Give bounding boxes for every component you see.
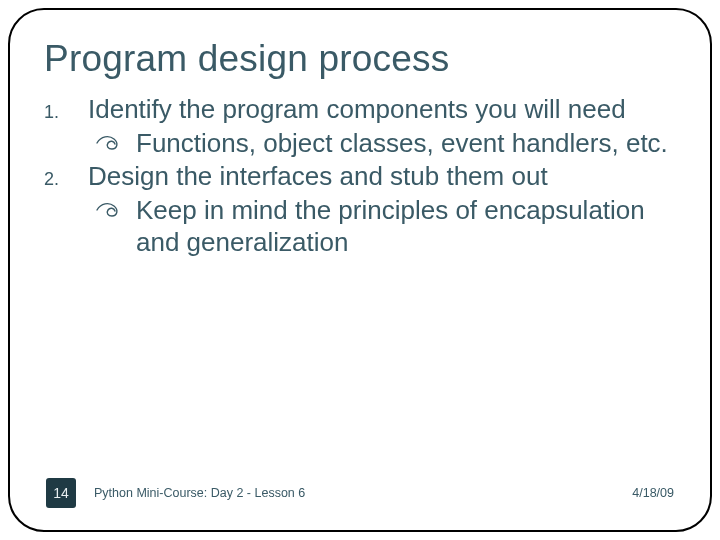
date-label: 4/18/09 bbox=[632, 486, 674, 500]
sub-text: Functions, object classes, event handler… bbox=[136, 128, 676, 160]
page-number-badge: 14 bbox=[46, 478, 76, 508]
list-item: 1. Identify the program components you w… bbox=[44, 94, 676, 159]
list-item: 2. Design the interfaces and stub them o… bbox=[44, 161, 676, 258]
slide-title: Program design process bbox=[44, 38, 676, 80]
swirl-bullet-icon bbox=[82, 128, 136, 160]
list-text: Design the interfaces and stub them out bbox=[88, 161, 676, 193]
slide-frame: Program design process 1. Identify the p… bbox=[8, 8, 712, 532]
list-text: Identify the program components you will… bbox=[88, 94, 676, 126]
course-label: Python Mini-Course: Day 2 - Lesson 6 bbox=[76, 486, 632, 500]
list-content: Identify the program components you will… bbox=[88, 94, 676, 159]
sub-item: Keep in mind the principles of encapsula… bbox=[82, 195, 676, 258]
list-content: Design the interfaces and stub them out … bbox=[88, 161, 676, 258]
sub-text: Keep in mind the principles of encapsula… bbox=[136, 195, 676, 258]
swirl-bullet-icon bbox=[82, 195, 136, 258]
slide-footer: 14 Python Mini-Course: Day 2 - Lesson 6 … bbox=[44, 478, 676, 512]
sub-item: Functions, object classes, event handler… bbox=[82, 128, 676, 160]
slide-body: 1. Identify the program components you w… bbox=[44, 94, 676, 472]
